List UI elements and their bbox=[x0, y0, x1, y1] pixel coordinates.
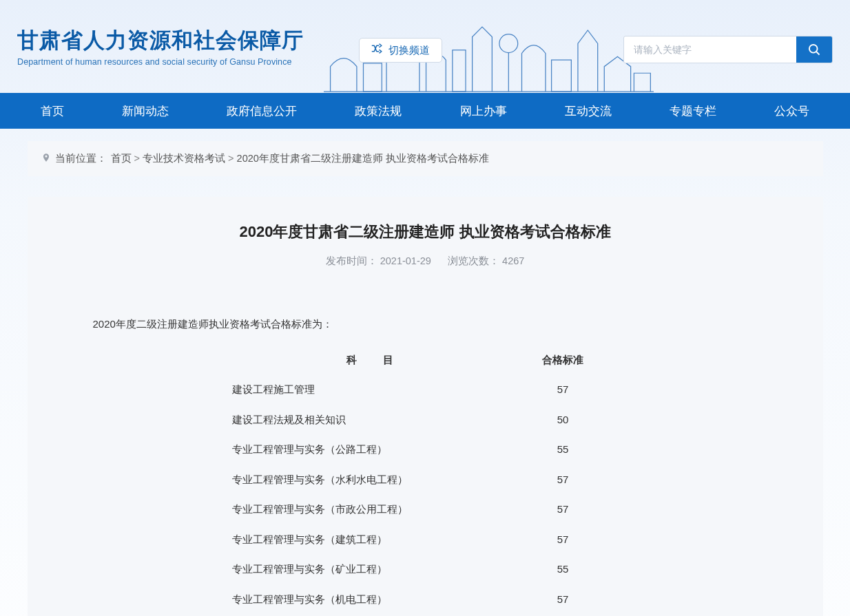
svg-rect-3 bbox=[552, 60, 572, 92]
article-intro: 2020年度二级注册建造师执业资格考试合格标准为： bbox=[93, 309, 758, 339]
breadcrumb-link-2: 2020年度甘肃省二级注册建造师 执业资格考试合格标准 bbox=[237, 153, 489, 164]
article-body: 2020年度二级注册建造师执业资格考试合格标准为： 科目 合格标准 建设工程施工… bbox=[69, 275, 782, 616]
chevron-right-icon: > bbox=[132, 153, 143, 164]
logo-subtitle: Department of human resources and social… bbox=[17, 57, 304, 67]
table-row: 建设工程施工管理57 bbox=[232, 374, 618, 405]
article-container: 2020年度甘肃省二级注册建造师 执业资格考试合格标准 发布时间： 2021-0… bbox=[28, 197, 823, 616]
views-count: 4267 bbox=[502, 255, 524, 266]
table-header: 科目 合格标准 bbox=[232, 345, 618, 375]
views-label: 浏览次数： bbox=[448, 255, 499, 266]
nav-item-3[interactable]: 政策法规 bbox=[348, 103, 408, 119]
table-row: 专业工程管理与实务（建筑工程）57 bbox=[232, 524, 618, 555]
nav-item-1[interactable]: 新闻动态 bbox=[115, 103, 176, 119]
breadcrumb-prefix: 当前位置： bbox=[55, 152, 107, 165]
breadcrumb: 当前位置： 首页 > 专业技术资格考试 > 2020年度甘肃省二级注册建造师 执… bbox=[28, 141, 823, 176]
subject-cell: 专业工程管理与实务（水利水电工程） bbox=[232, 465, 508, 495]
svg-rect-0 bbox=[363, 63, 382, 92]
table-row: 专业工程管理与实务（市政公用工程）57 bbox=[232, 494, 618, 524]
score-cell: 57 bbox=[508, 524, 618, 555]
breadcrumb-link-0[interactable]: 首页 bbox=[111, 153, 132, 164]
subject-cell: 建设工程法规及相关知识 bbox=[232, 405, 508, 435]
location-icon bbox=[41, 153, 51, 164]
svg-line-5 bbox=[816, 52, 820, 55]
breadcrumb-link-1[interactable]: 专业技术资格考试 bbox=[143, 153, 225, 164]
article-meta: 发布时间： 2021-01-29 浏览次数： 4267 bbox=[69, 255, 782, 275]
subject-cell: 专业工程管理与实务（市政公用工程） bbox=[232, 494, 508, 524]
page-header: 甘肃省人力资源和社会保障厅 Department of human resour… bbox=[0, 0, 850, 93]
table-row: 专业工程管理与实务（机电工程）57 bbox=[232, 584, 618, 615]
search-icon bbox=[807, 43, 821, 56]
score-cell: 57 bbox=[508, 465, 618, 495]
search-input[interactable] bbox=[624, 38, 796, 61]
table-row: 建设工程法规及相关知识50 bbox=[232, 405, 618, 435]
score-cell: 55 bbox=[508, 434, 618, 465]
table-row: 专业工程管理与实务（公路工程）55 bbox=[232, 434, 618, 465]
svg-point-4 bbox=[809, 45, 818, 53]
nav-item-2[interactable]: 政府信息公开 bbox=[220, 103, 304, 119]
subject-cell: 专业工程管理与实务（建筑工程） bbox=[232, 524, 508, 555]
table-row: 专业工程管理与实务（水利水电工程）57 bbox=[232, 465, 618, 495]
nav-item-4[interactable]: 网上办事 bbox=[453, 103, 514, 119]
site-logo[interactable]: 甘肃省人力资源和社会保障厅 Department of human resour… bbox=[17, 26, 304, 67]
subject-cell: 建设工程施工管理 bbox=[232, 374, 508, 405]
score-cell: 57 bbox=[508, 374, 618, 405]
chevron-right-icon: > bbox=[225, 153, 237, 164]
nav-item-5[interactable]: 互动交流 bbox=[558, 103, 619, 119]
publish-date: 2021-01-29 bbox=[380, 255, 431, 266]
main-nav: 首页新闻动态政府信息公开政策法规网上办事互动交流专题专栏公众号 bbox=[0, 93, 850, 129]
nav-item-7[interactable]: 公众号 bbox=[767, 103, 816, 119]
score-cell: 55 bbox=[508, 554, 618, 584]
svg-rect-1 bbox=[453, 50, 466, 92]
subject-cell: 专业工程管理与实务（公路工程） bbox=[232, 434, 508, 465]
search-box bbox=[623, 36, 833, 63]
switch-channel-label: 切换频道 bbox=[388, 44, 430, 57]
logo-title: 甘肃省人力资源和社会保障厅 bbox=[17, 26, 304, 55]
col-score-header: 合格标准 bbox=[508, 345, 618, 375]
svg-point-2 bbox=[499, 34, 518, 53]
shuffle-icon bbox=[371, 43, 383, 57]
nav-item-6[interactable]: 专题专栏 bbox=[663, 103, 723, 119]
score-cell: 57 bbox=[508, 584, 618, 615]
switch-channel-button[interactable]: 切换频道 bbox=[359, 38, 442, 63]
score-cell: 57 bbox=[508, 494, 618, 524]
search-button[interactable] bbox=[796, 36, 832, 63]
table-row: 专业工程管理与实务（矿业工程）55 bbox=[232, 554, 618, 584]
article-title: 2020年度甘肃省二级注册建造师 执业资格考试合格标准 bbox=[69, 217, 782, 255]
score-cell: 50 bbox=[508, 405, 618, 435]
publish-label: 发布时间： bbox=[326, 255, 377, 266]
col-subject-header: 科目 bbox=[232, 345, 508, 375]
nav-item-0[interactable]: 首页 bbox=[34, 103, 71, 119]
subject-cell: 专业工程管理与实务（机电工程） bbox=[232, 584, 508, 615]
subject-cell: 专业工程管理与实务（矿业工程） bbox=[232, 554, 508, 584]
score-table: 科目 合格标准 建设工程施工管理57建设工程法规及相关知识50专业工程管理与实务… bbox=[232, 345, 618, 615]
